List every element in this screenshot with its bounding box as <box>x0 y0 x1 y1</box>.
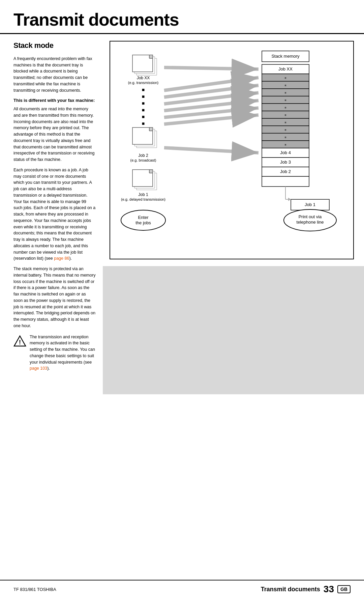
diagram-box: Stack memory Job XX ■ ■ ■ ■ ■ <box>110 41 354 259</box>
footer: TF 831/861 TOSHIBA Transmit documents 33… <box>0 580 364 598</box>
sub-heading: This is different with your fax machine: <box>13 97 96 104</box>
svg-text:■: ■ <box>142 87 145 92</box>
svg-text:■: ■ <box>142 107 145 113</box>
svg-text:(e.g.  transmission): (e.g. transmission) <box>128 81 158 85</box>
doc-job1-icon <box>132 170 157 190</box>
diagram-area: Stack memory Job XX ■ ■ ■ ■ ■ <box>103 34 364 266</box>
section-title: Stack mode <box>13 40 96 51</box>
page-title: Transmit documents <box>0 0 364 34</box>
lower-gray-area <box>103 266 364 394</box>
svg-text:Job 3: Job 3 <box>280 160 291 165</box>
footer-center: Transmit documents <box>261 586 320 593</box>
warning-box: ! The transmission and reception memory … <box>13 334 96 372</box>
svg-text:!: ! <box>19 339 21 346</box>
svg-text:■: ■ <box>142 101 145 106</box>
warning-text: The transmission and reception memory is… <box>30 334 96 372</box>
svg-text:telephone line: telephone line <box>297 220 324 225</box>
svg-text:Print out via: Print out via <box>299 214 322 219</box>
svg-text:■: ■ <box>284 113 286 117</box>
body-text-3: The stack memory is protected via an int… <box>13 266 96 329</box>
right-column: Stack memory Job XX ■ ■ ■ ■ ■ <box>103 34 364 394</box>
svg-text:■: ■ <box>284 128 286 132</box>
svg-text:Job  XX: Job XX <box>137 76 150 80</box>
footer-left: TF 831/861 TOSHIBA <box>13 587 56 592</box>
svg-text:■: ■ <box>284 91 286 94</box>
link-page86[interactable]: page 86 <box>54 256 69 261</box>
svg-text:■: ■ <box>142 121 145 126</box>
svg-text:■: ■ <box>284 98 286 102</box>
svg-text:Job  XX: Job XX <box>278 66 293 72</box>
warning-icon: ! <box>13 335 26 347</box>
svg-text:■: ■ <box>284 121 286 124</box>
doc-jobxx-icon <box>132 55 157 75</box>
svg-text:(e.g.  delayed  transmission): (e.g. delayed transmission) <box>121 197 165 201</box>
svg-rect-31 <box>262 176 309 187</box>
link-page103[interactable]: page 103 <box>30 366 47 371</box>
svg-marker-61 <box>149 127 153 131</box>
svg-text:■: ■ <box>284 76 286 80</box>
svg-text:Job 1: Job 1 <box>138 192 148 197</box>
left-column: Stack mode A frequently encountered prob… <box>0 34 103 394</box>
svg-text:■: ■ <box>142 94 145 99</box>
body-text-2: Each procedure is known as a job. A job … <box>13 167 96 262</box>
svg-marker-70 <box>149 170 153 173</box>
body-text-1: All documents are read into the memory a… <box>13 106 96 163</box>
svg-text:the jobs: the jobs <box>135 220 151 225</box>
svg-text:(e.g.  broadcast): (e.g. broadcast) <box>130 158 156 162</box>
footer-right: Transmit documents 33 GB <box>261 584 351 595</box>
svg-text:■: ■ <box>142 114 145 119</box>
svg-text:Job 1: Job 1 <box>305 202 315 207</box>
svg-marker-39 <box>149 55 153 58</box>
svg-line-45 <box>164 67 259 69</box>
svg-text:■: ■ <box>284 106 286 109</box>
svg-text:Enter: Enter <box>138 215 149 220</box>
stack-memory-label: Stack memory <box>271 54 300 59</box>
svg-text:■: ■ <box>284 136 286 139</box>
svg-line-66 <box>164 148 259 153</box>
svg-text:Job 4: Job 4 <box>280 150 291 155</box>
svg-text:Job 2: Job 2 <box>138 153 148 158</box>
footer-gb-badge: GB <box>337 585 351 593</box>
diagram-svg: Stack memory Job XX ■ ■ ■ ■ ■ <box>117 48 346 251</box>
footer-page-number: 33 <box>324 584 334 595</box>
svg-text:Job 2: Job 2 <box>280 169 291 174</box>
intro-text: A frequently encountered problem with fa… <box>13 56 96 94</box>
svg-text:■: ■ <box>284 84 286 87</box>
doc-job2-icon <box>132 127 157 148</box>
svg-marker-35 <box>288 198 291 201</box>
svg-text:■: ■ <box>284 143 286 146</box>
